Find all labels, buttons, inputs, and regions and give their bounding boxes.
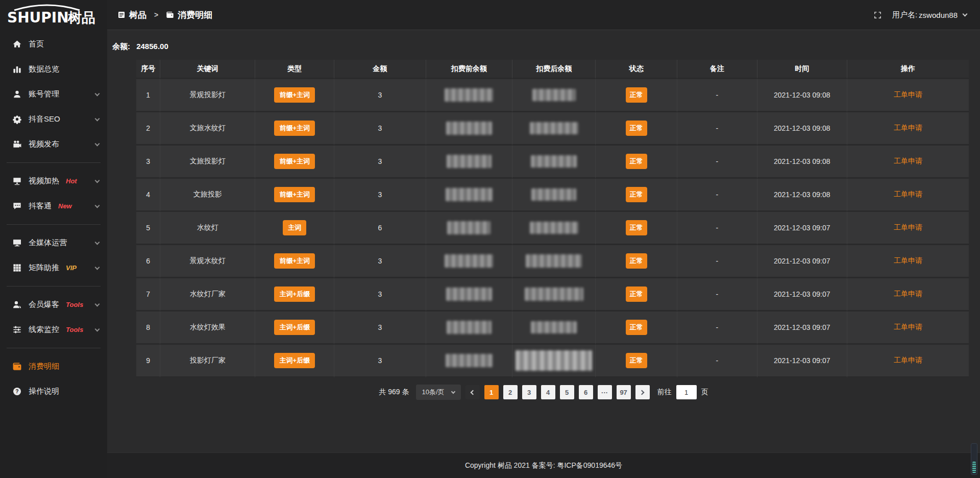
sidebar-item-member-burst[interactable]: 会员爆客Tools (0, 292, 107, 317)
sidebar-item-label: 抖音SEO (29, 114, 60, 124)
sidebar-item-video-heat[interactable]: 视频加热Hot (0, 169, 107, 194)
page-button-4[interactable]: 4 (541, 385, 555, 399)
sidebar-item-account-manage[interactable]: 账号管理 (0, 82, 107, 107)
cell-type: 主词+后缀 (255, 345, 334, 378)
sidebar-item-douketong[interactable]: 抖客通New (0, 194, 107, 219)
sidebar-item-operation-guide[interactable]: ?操作说明 (0, 379, 107, 404)
chevron-down-glyph (95, 326, 100, 331)
grid-small-icon (117, 11, 126, 19)
cell-index: 4 (136, 179, 160, 212)
breadcrumb-label: 消费明细 (178, 9, 212, 21)
breadcrumb-separator: > (154, 11, 158, 19)
cell-status: 正常 (596, 79, 677, 112)
breadcrumb-item-shupin[interactable]: 树品 (117, 9, 146, 21)
sidebar-item-matrix-boost[interactable]: 矩阵助推VIP (0, 255, 107, 280)
work-order-link[interactable]: 工单申请 (894, 157, 922, 165)
work-order-link[interactable]: 工单申请 (894, 223, 922, 231)
page-button-5[interactable]: 5 (560, 385, 574, 399)
column-header: 操作 (847, 60, 969, 79)
chevron-down-glyph (95, 141, 100, 146)
cell-amount: 3 (334, 278, 426, 312)
scrollbar-widget[interactable] (971, 443, 977, 475)
cell-action: 工单申请 (847, 212, 969, 245)
sidebar-item-clue-monitor[interactable]: 线索监控Tools (0, 317, 107, 342)
next-page-button[interactable] (635, 385, 650, 399)
cell-post-balance (512, 345, 596, 378)
breadcrumb-item-consume-detail[interactable]: 消费明细 (166, 9, 212, 21)
cell-pre-balance (426, 312, 513, 345)
chevron-down-icon (95, 144, 99, 146)
work-order-link[interactable]: 工单申请 (894, 290, 922, 298)
cell-action: 工单申请 (847, 146, 969, 179)
goto-page-input[interactable] (676, 385, 697, 399)
user-menu[interactable]: 用户名: zswodun88 (892, 10, 967, 20)
sidebar-item-consume-detail[interactable]: 消费明细 (0, 354, 107, 379)
sidebar-item-label: 抖客通 (29, 201, 52, 211)
page-button-2[interactable]: 2 (503, 385, 518, 399)
chevron-down-icon (95, 205, 99, 207)
cell-keyword: 水纹灯厂家 (160, 278, 255, 312)
type-badge: 主词 (283, 220, 306, 235)
cell-amount: 3 (334, 345, 426, 378)
sidebar-item-media-operation[interactable]: 全媒体运营 (0, 230, 107, 255)
table-row: 1景观投影灯前缀+主词3正常-2021-12-03 09:08工单申请 (136, 79, 969, 112)
type-badge: 前缀+主词 (274, 121, 315, 136)
cell-action: 工单申请 (847, 312, 969, 345)
grid-icon (12, 263, 22, 273)
status-badge: 正常 (626, 154, 647, 169)
work-order-link[interactable]: 工单申请 (894, 323, 922, 331)
cell-status: 正常 (596, 245, 677, 278)
cell-time: 2021-12-03 09:07 (757, 245, 847, 278)
page-size-select[interactable]: 10条/页 (416, 385, 461, 400)
cell-post-balance (512, 112, 596, 146)
fullscreen-icon[interactable] (873, 11, 882, 19)
work-order-link[interactable]: 工单申请 (894, 256, 922, 265)
sidebar-item-data-overview[interactable]: 数据总览 (0, 57, 107, 82)
cell-note: - (677, 112, 757, 146)
prev-page-button[interactable] (465, 385, 480, 399)
cell-note: - (677, 179, 757, 212)
work-order-link[interactable]: 工单申请 (894, 190, 922, 198)
cell-amount: 3 (334, 179, 426, 212)
cell-keyword: 水纹灯效果 (160, 312, 255, 345)
cell-keyword: 文旅水纹灯 (160, 112, 255, 146)
page-button-3[interactable]: 3 (522, 385, 536, 399)
censored-value (531, 188, 576, 201)
app-logo[interactable]: SHUPIN 树品 (0, 0, 107, 30)
cell-note: - (677, 245, 757, 278)
sidebar-item-home[interactable]: 首页 (0, 32, 107, 57)
chevron-down-icon (95, 329, 99, 331)
chevron-down-icon (95, 118, 99, 121)
page-button-97[interactable]: 97 (617, 385, 631, 399)
cell-keyword: 景观水纹灯 (160, 245, 255, 278)
cell-time: 2021-12-03 09:08 (757, 146, 847, 179)
cell-post-balance (512, 312, 596, 345)
cell-pre-balance (426, 112, 513, 146)
sidebar-item-douyin-seo[interactable]: 抖音SEO (0, 107, 107, 132)
pagination: 共 969 条 10条/页 123456···97 前往 页 (107, 385, 980, 400)
logo-graphic: SHUPIN 树品 (6, 3, 101, 27)
monitor-icon (12, 238, 22, 248)
censored-value (531, 155, 577, 168)
column-header: 备注 (677, 60, 757, 79)
work-order-link[interactable]: 工单申请 (894, 124, 922, 132)
type-badge: 主词+后缀 (274, 353, 315, 368)
page-ellipsis-button[interactable]: ··· (598, 385, 612, 399)
work-order-link[interactable]: 工单申请 (894, 90, 922, 99)
page-button-6[interactable]: 6 (579, 385, 593, 399)
chevron-down-glyph (95, 178, 100, 183)
cell-status: 正常 (596, 179, 677, 212)
user-group-icon (12, 300, 22, 309)
sidebar-item-video-publish[interactable]: 视频发布 (0, 132, 107, 157)
cell-status: 正常 (596, 312, 677, 345)
chevron-down-glyph (95, 265, 100, 270)
censored-value (447, 321, 492, 334)
cell-time: 2021-12-03 09:08 (757, 179, 847, 212)
status-badge: 正常 (626, 121, 647, 136)
topbar: 树品 > 消费明细 用户名: zswodun88 (107, 0, 980, 30)
cell-action: 工单申请 (847, 79, 969, 112)
chevron-down-icon (95, 304, 99, 306)
work-order-link[interactable]: 工单申请 (894, 356, 922, 364)
page-button-1[interactable]: 1 (484, 385, 499, 399)
cell-note: - (677, 278, 757, 312)
